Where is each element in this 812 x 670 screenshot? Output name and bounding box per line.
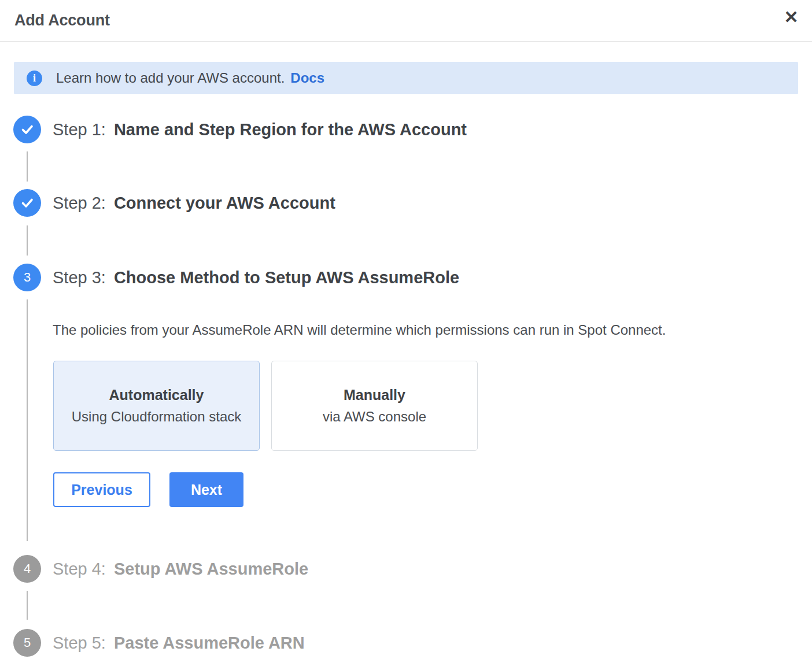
method-card-subtitle: Using Cloudformation stack [72, 409, 241, 425]
step-row-4: 4 Step 4:Setup AWS AssumeRole [13, 555, 308, 583]
method-card-title: Manually [344, 387, 405, 404]
check-icon [20, 122, 35, 137]
previous-button[interactable]: Previous [53, 472, 150, 507]
docs-link[interactable]: Docs [290, 70, 324, 86]
step-5-label: Step 5: [53, 634, 106, 652]
wizard-buttons: Previous Next [53, 472, 243, 507]
step-row-2: Step 2:Connect your AWS Account [13, 189, 335, 217]
modal-title: Add Account [14, 12, 110, 29]
step-3-active-indicator: 3 [13, 264, 41, 291]
method-card-subtitle: via AWS console [323, 409, 426, 425]
method-card[interactable]: Manually via AWS console [271, 361, 478, 451]
method-card[interactable]: Automatically Using Cloudformation stack [53, 361, 260, 451]
step-1-label: Step 1: [53, 120, 106, 139]
step-4-number: 4 [24, 561, 31, 576]
step-2-label: Step 2: [53, 194, 106, 212]
step-connector [27, 151, 28, 182]
check-icon [20, 195, 35, 210]
step-4-pending-indicator: 4 [13, 555, 41, 583]
step-connector [27, 591, 28, 620]
info-banner: i Learn how to add your AWS account. Doc… [14, 62, 798, 94]
step-5-pending-indicator: 5 [13, 629, 41, 657]
step-3-title: Choose Method to Setup AWS AssumeRole [114, 268, 459, 287]
step-row-1: Step 1:Name and Step Region for the AWS … [13, 116, 467, 143]
step-connector [27, 225, 28, 256]
step-1-title: Name and Step Region for the AWS Account [114, 120, 467, 139]
step-5-number: 5 [24, 635, 31, 650]
step-1-completed-indicator [13, 116, 41, 143]
add-account-modal: Add Account ✕ i Learn how to add your AW… [0, 0, 812, 670]
step-3-number: 3 [24, 270, 31, 285]
method-card-title: Automatically [109, 387, 204, 404]
step-3-description: The policies from your AssumeRole ARN wi… [53, 322, 666, 338]
step-5-title: Paste AssumeRole ARN [114, 634, 305, 652]
banner-text: Learn how to add your AWS account. [56, 70, 285, 86]
info-icon: i [27, 71, 42, 86]
close-button[interactable]: ✕ [778, 5, 804, 30]
step-row-5: 5 Step 5:Paste AssumeRole ARN [13, 629, 305, 657]
step-4-title: Setup AWS AssumeRole [114, 560, 308, 578]
step-connector [27, 299, 28, 541]
close-icon: ✕ [784, 9, 798, 26]
step-row-3: 3 Step 3:Choose Method to Setup AWS Assu… [13, 264, 459, 291]
step-3-label: Step 3: [53, 268, 106, 287]
step-2-completed-indicator [13, 189, 41, 217]
next-button[interactable]: Next [169, 472, 243, 507]
modal-header: Add Account ✕ [0, 0, 812, 42]
step-2-title: Connect your AWS Account [114, 194, 335, 212]
step-4-label: Step 4: [53, 560, 106, 578]
